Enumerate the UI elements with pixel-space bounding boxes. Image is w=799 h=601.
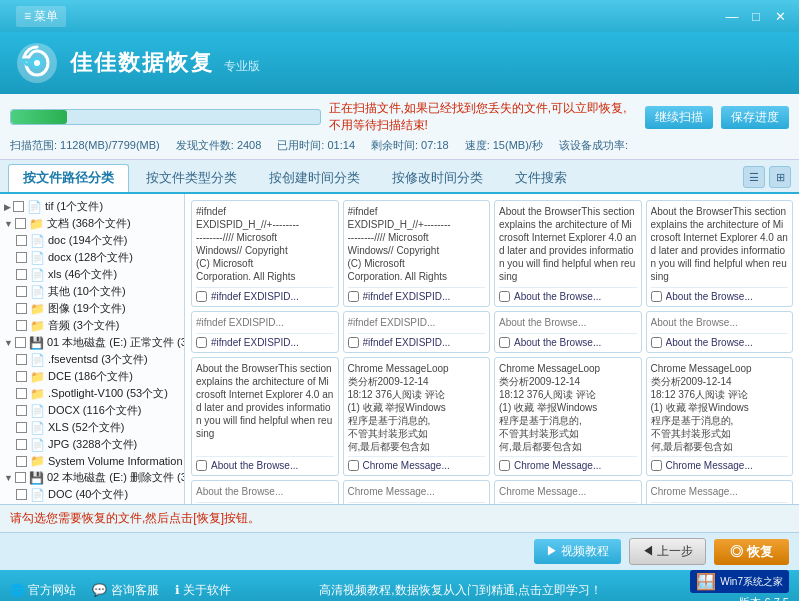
tab-filetype[interactable]: 按文件类型分类 xyxy=(131,164,252,192)
tree-item[interactable]: 📄 .fseventsd (3个文件) xyxy=(0,351,184,368)
file-card-checkbox[interactable] xyxy=(196,460,207,471)
file-card-checkbox[interactable] xyxy=(196,291,207,302)
recover-button[interactable]: ◎ 恢复 xyxy=(714,539,789,565)
file-card-checkbox[interactable] xyxy=(348,291,359,302)
tree-item[interactable]: 📁 .Spotlight-V100 (53个文) xyxy=(0,385,184,402)
tab-filesearch[interactable]: 文件搜索 xyxy=(500,164,582,192)
progress-bar-fill xyxy=(11,110,67,124)
grid-view-button[interactable]: ⊞ xyxy=(769,166,791,188)
brand-text: 佳佳数据恢复 专业版 xyxy=(70,48,260,78)
tree-checkbox[interactable] xyxy=(16,354,27,365)
tree-item[interactable]: 📄 其他 (10个文件) xyxy=(0,283,184,300)
tree-item[interactable]: 📁 音频 (3个文件) xyxy=(0,317,184,334)
tree-checkbox[interactable] xyxy=(16,235,27,246)
scan-range: 扫描范围: 1128(MB)/7799(MB) xyxy=(10,138,160,153)
minimize-button[interactable]: — xyxy=(721,7,743,25)
file-card-checkbox[interactable] xyxy=(196,337,207,348)
official-site-link[interactable]: 🌐 官方网站 xyxy=(10,582,76,599)
file-card-checkbox[interactable] xyxy=(348,460,359,471)
tree-checkbox[interactable] xyxy=(16,439,27,450)
tree-item[interactable]: 📁 System Volume Information xyxy=(0,453,184,469)
tree-checkbox[interactable] xyxy=(15,218,26,229)
tree-checkbox[interactable] xyxy=(15,472,26,483)
file-card-content: #ifndefEXDISPID_H_//+----------------///… xyxy=(196,205,334,283)
tree-item[interactable]: 📄 DOCX (116个文件) xyxy=(0,402,184,419)
file-card[interactable]: About the Browse... About the Browse... xyxy=(646,311,794,353)
tree-item[interactable]: 📁 图像 (19个文件) xyxy=(0,300,184,317)
file-card[interactable]: About the BrowserThis section explains t… xyxy=(646,200,794,307)
file-card-content: About the Browse... xyxy=(499,316,637,329)
maximize-button[interactable]: □ xyxy=(745,7,767,25)
close-button[interactable]: ✕ xyxy=(769,7,791,25)
action-bar: ▶ 视频教程 ◀ 上一步 ◎ 恢复 xyxy=(0,532,799,570)
tree-checkbox[interactable] xyxy=(16,489,27,500)
tree-item[interactable]: ▼ 📁 文档 (368个文件) xyxy=(0,215,184,232)
continue-scan-button[interactable]: 继续扫描 xyxy=(645,106,713,129)
prev-button[interactable]: ◀ 上一步 xyxy=(629,538,706,565)
tree-label: 01 本地磁盘 (E:) 正常文件 (37 xyxy=(47,335,185,350)
file-card[interactable]: About the Browse... About the Browse... xyxy=(494,311,642,353)
tree-checkbox[interactable] xyxy=(16,405,27,416)
tree-item[interactable]: ▶ 📄 tif (1个文件) xyxy=(0,198,184,215)
tree-item[interactable]: 📄 JPG (3288个文件) xyxy=(0,436,184,453)
about-link[interactable]: ℹ 关于软件 xyxy=(175,582,231,599)
file-card-checkbox[interactable] xyxy=(651,460,662,471)
tab-createtime[interactable]: 按创建时间分类 xyxy=(254,164,375,192)
tree-label: 音频 (3个文件) xyxy=(48,318,120,333)
file-card-content: #ifndef EXDISPID... xyxy=(196,316,334,329)
file-card[interactable]: #ifndefEXDISPID_H_//+----------------///… xyxy=(343,200,491,307)
file-card[interactable]: About the BrowserThis section explains t… xyxy=(494,200,642,307)
file-card[interactable]: Chrome Message... Chrome Message... xyxy=(646,480,794,504)
tree-checkbox[interactable] xyxy=(16,269,27,280)
file-card[interactable]: Chrome MessageLoop类分析2009-12-1418:12 376… xyxy=(646,357,794,476)
tree-checkbox[interactable] xyxy=(16,320,27,331)
tree-item[interactable]: 📄 xls (46个文件) xyxy=(0,266,184,283)
menu-button[interactable]: ≡ 菜单 xyxy=(16,6,66,27)
file-card[interactable]: Chrome Message... Chrome Message... xyxy=(494,480,642,504)
tree-item[interactable]: 📄 docx (128个文件) xyxy=(0,249,184,266)
tree-item[interactable]: 📄 doc (194个文件) xyxy=(0,232,184,249)
file-card-content: Chrome Message... xyxy=(651,485,789,498)
tree-checkbox[interactable] xyxy=(16,456,27,467)
tree-checkbox[interactable] xyxy=(13,201,24,212)
tree-checkbox[interactable] xyxy=(16,422,27,433)
file-card-checkbox[interactable] xyxy=(499,337,510,348)
tree-checkbox[interactable] xyxy=(16,303,27,314)
tree-item[interactable]: 📁 .Spotlight-V100 (18个文) xyxy=(0,503,184,504)
file-card-checkbox[interactable] xyxy=(651,337,662,348)
tab-modtime[interactable]: 按修改时间分类 xyxy=(377,164,498,192)
tree-item[interactable]: 📁 DCE (186个文件) xyxy=(0,368,184,385)
tab-filepath[interactable]: 按文件路径分类 xyxy=(8,164,129,192)
tree-checkbox[interactable] xyxy=(16,371,27,382)
file-card-content: Chrome Message... xyxy=(499,485,637,498)
tree-item[interactable]: ▼ 💾 01 本地磁盘 (E:) 正常文件 (37 xyxy=(0,334,184,351)
tree-checkbox[interactable] xyxy=(16,388,27,399)
consult-link[interactable]: 💬 咨询客服 xyxy=(92,582,158,599)
file-card[interactable]: Chrome MessageLoop类分析2009-12-1418:12 376… xyxy=(494,357,642,476)
file-grid: #ifndefEXDISPID_H_//+----------------///… xyxy=(185,194,799,504)
file-icon: 📄 xyxy=(27,200,42,214)
file-card[interactable]: #ifndef EXDISPID... #ifndef EXDISPID... xyxy=(191,311,339,353)
file-card-checkbox[interactable] xyxy=(348,337,359,348)
tree-toggle-icon: ▼ xyxy=(4,219,13,229)
file-card-checkbox[interactable] xyxy=(499,460,510,471)
tree-checkbox[interactable] xyxy=(16,286,27,297)
tutorial-button[interactable]: ▶ 视频教程 xyxy=(534,539,621,564)
list-view-button[interactable]: ☰ xyxy=(743,166,765,188)
save-progress-button[interactable]: 保存进度 xyxy=(721,106,789,129)
file-card[interactable]: About the BrowserThis section explains t… xyxy=(191,357,339,476)
tree-item[interactable]: 📄 DOC (40个文件) xyxy=(0,486,184,503)
tree-checkbox[interactable] xyxy=(16,252,27,263)
win7-brand-text: Win7系统之家 xyxy=(720,575,783,589)
file-card[interactable]: Chrome MessageLoop类分析2009-12-1418:12 376… xyxy=(343,357,491,476)
file-card[interactable]: About the Browse... About the Browse... xyxy=(191,480,339,504)
tree-item[interactable]: ▼ 💾 02 本地磁盘 (E:) 删除文件 (34 xyxy=(0,469,184,486)
file-card-checkbox[interactable] xyxy=(499,291,510,302)
tree-checkbox[interactable] xyxy=(15,337,26,348)
file-card[interactable]: Chrome Message... Chrome Message... xyxy=(343,480,491,504)
file-card-checkbox[interactable] xyxy=(651,291,662,302)
file-card[interactable]: #ifndef EXDISPID... #ifndef EXDISPID... xyxy=(343,311,491,353)
file-card[interactable]: #ifndefEXDISPID_H_//+----------------///… xyxy=(191,200,339,307)
tree-item[interactable]: 📄 XLS (52个文件) xyxy=(0,419,184,436)
file-card-footer: About the Browse... xyxy=(499,287,637,302)
